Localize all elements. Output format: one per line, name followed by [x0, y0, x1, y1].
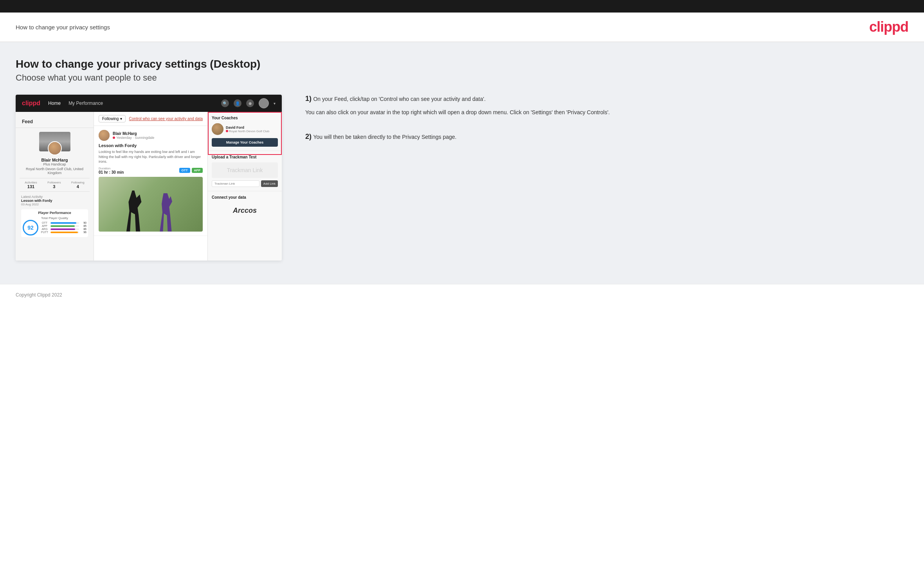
post-title: Lesson with Fordy: [99, 143, 203, 148]
profile-stats: Activities 131 Followers 3 Following 4: [20, 178, 90, 192]
connect-section: Connect your data Arccos: [208, 191, 282, 223]
avatar-chevron-icon[interactable]: ▾: [274, 101, 276, 106]
search-icon[interactable]: 🔍: [221, 99, 229, 107]
coach-avatar: [212, 123, 223, 135]
post-description: Looking to feel like my hands are exitin…: [99, 149, 203, 164]
post-user-info: Blair McHarg Yesterday · Sunningdale: [113, 131, 154, 140]
stat-followers: Followers 3: [47, 181, 61, 189]
ott-fill: [50, 222, 76, 224]
ott-label: OTT: [40, 221, 49, 224]
pp-quality-label: Total Player Quality: [23, 216, 86, 220]
app-label: APP: [40, 225, 49, 227]
following-label: Following: [71, 181, 85, 184]
post-date: Yesterday · Sunningdale: [116, 136, 154, 140]
followers-label: Followers: [47, 181, 61, 184]
app-right-sidebar: Your Coaches David Ford Royal North Devo…: [207, 112, 282, 261]
putt-bar: PUTT 96: [40, 231, 86, 234]
instructions-panel: 1) On your Feed, click/tap on 'Control w…: [297, 95, 908, 157]
header-title: How to change your privacy settings: [16, 24, 110, 31]
quality-bars: OTT 90 APP: [40, 221, 86, 234]
main-content: How to change your privacy settings (Des…: [0, 42, 924, 284]
profile-tag: Plus Handicap: [20, 162, 90, 166]
profile-img-container: [39, 132, 70, 155]
app-sidebar: Feed Blair McHarg Plus Hand: [16, 112, 94, 261]
person-icon[interactable]: 👤: [234, 99, 241, 107]
location-dot-icon: [113, 137, 115, 139]
trackman-input-row: Add Link: [212, 180, 278, 187]
post-username: Blair McHarg: [113, 131, 154, 136]
step2-number: 2): [305, 133, 312, 140]
stat-following: Following 4: [71, 181, 85, 189]
following-value: 4: [71, 184, 85, 189]
putt-label: PUTT: [40, 231, 49, 234]
ott-track: [50, 222, 79, 224]
profile-card: Blair McHarg Plus Handicap Royal North D…: [16, 128, 94, 243]
nav-my-performance[interactable]: My Performance: [68, 101, 103, 106]
nav-home[interactable]: Home: [48, 101, 61, 106]
app-feed: Following ▾ Control who can see your act…: [94, 112, 207, 261]
site-footer: Copyright Clippd 2022: [0, 284, 924, 306]
latest-activity-value: Lesson with Fordy: [20, 199, 90, 203]
post-avatar: [99, 130, 110, 141]
following-button[interactable]: Following ▾: [99, 115, 126, 122]
latest-activity-label: Latest Activity: [20, 195, 90, 199]
trackman-input[interactable]: [212, 180, 259, 187]
quality-row: 92 OTT 90: [23, 220, 86, 235]
followers-value: 3: [47, 184, 61, 189]
coach-location-icon: [226, 130, 228, 132]
step1-number: 1): [305, 95, 312, 102]
manage-coaches-button[interactable]: Manage Your Coaches: [212, 138, 278, 147]
quality-score: 92: [23, 220, 38, 235]
activities-value: 131: [25, 184, 37, 189]
page-heading: How to change your privacy settings (Des…: [16, 58, 908, 70]
duration-label: Duration: [99, 167, 124, 170]
trackman-section: Upload a Trackman Test Trackman Link Add…: [208, 151, 282, 191]
plus-circle-icon[interactable]: ⊕: [246, 99, 254, 107]
arg-value: 86: [80, 228, 86, 230]
latest-activity-date: 03 Aug 2022: [20, 203, 90, 206]
putt-track: [50, 232, 79, 233]
feed-tab[interactable]: Feed: [16, 116, 94, 128]
arccos-logo: Arccos: [212, 203, 278, 219]
control-link[interactable]: Control who can see your activity and da…: [129, 117, 203, 121]
add-link-button[interactable]: Add Link: [261, 180, 278, 187]
profile-club: Royal North Devon Golf Club, United King…: [20, 167, 90, 175]
player-performance: Player Performance Total Player Quality …: [21, 209, 88, 237]
following-label: Following: [102, 117, 119, 121]
following-chevron-icon: ▾: [120, 117, 122, 121]
profile-name: Blair McHarg: [20, 158, 90, 162]
tag-row: OTT APP: [179, 168, 203, 173]
stat-activities: Activities 131: [25, 181, 37, 189]
clippd-logo: clippd: [869, 19, 908, 35]
profile-avatar: [48, 141, 62, 155]
app-body: Feed Blair McHarg Plus Hand: [16, 112, 282, 261]
user-avatar[interactable]: [259, 98, 269, 108]
trackman-title: Upload a Trackman Test: [212, 155, 278, 159]
footer-copyright: Copyright Clippd 2022: [16, 292, 62, 298]
app-value: 85: [80, 225, 86, 227]
coach-info: David Ford Royal North Devon Golf Club: [226, 126, 269, 133]
app-track: [50, 225, 79, 227]
page-subheading: Choose what you want people to see: [16, 73, 908, 83]
instruction-step-2: 2) You will then be taken directly to th…: [305, 133, 901, 141]
post-card: Blair McHarg Yesterday · Sunningdale Les…: [94, 126, 207, 236]
step2-main-text: You will then be taken directly to the P…: [313, 134, 456, 140]
step1-extra-text: You can also click on your avatar in the…: [305, 108, 901, 117]
post-image: [99, 177, 203, 232]
post-user-row: Blair McHarg Yesterday · Sunningdale: [99, 130, 203, 141]
top-bar: [0, 0, 924, 13]
ott-tag: OTT: [179, 168, 190, 173]
step1-main-text: On your Feed, click/tap on 'Control who …: [313, 96, 485, 102]
arg-bar: ARG 86: [40, 228, 86, 230]
duration-value: 01 hr : 30 min: [99, 170, 124, 174]
arg-track: [50, 228, 79, 230]
coach-club-name: Royal North Devon Golf Club: [229, 129, 269, 133]
app-screenshot: clippd Home My Performance 🔍 👤 ⊕ ▾ Feed: [16, 95, 282, 261]
post-meta: Yesterday · Sunningdale: [113, 136, 154, 140]
app-nav-icons: 🔍 👤 ⊕ ▾: [221, 98, 276, 108]
coach-row: David Ford Royal North Devon Golf Club: [212, 123, 278, 135]
app-bar: APP 85: [40, 225, 86, 227]
ott-bar: OTT 90: [40, 221, 86, 224]
site-header: How to change your privacy settings clip…: [0, 13, 924, 42]
coaches-title: Your Coaches: [212, 116, 278, 120]
